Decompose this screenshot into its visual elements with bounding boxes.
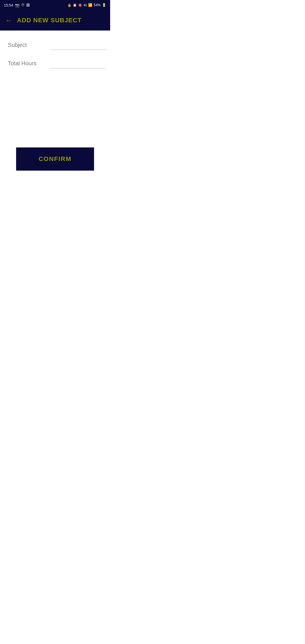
- lte-indicator: 4G: [84, 4, 87, 7]
- app-header: ← ADD NEW SUBJECT: [0, 10, 110, 31]
- subject-label: Subject: [8, 42, 45, 50]
- main-content: Subject Total Hours CONFIRM: [0, 31, 110, 232]
- total-hours-row: Total Hours: [8, 60, 102, 68]
- total-hours-field: Total Hours: [8, 60, 102, 68]
- alarm-icon: ⏰: [73, 3, 77, 7]
- status-icons: 🔒 ⏰ 🔇 4G 📶 54% 🔋: [67, 3, 106, 7]
- battery-icon: 🔋: [102, 3, 106, 7]
- gallery-icon: 🖼: [26, 3, 30, 7]
- subject-row: Subject: [8, 42, 102, 50]
- total-hours-label: Total Hours: [8, 60, 45, 68]
- back-button[interactable]: ←: [5, 17, 12, 24]
- signal-bars-icon: 📶: [88, 3, 92, 7]
- screen-record-icon: 📷: [15, 3, 19, 7]
- page-title: ADD NEW SUBJECT: [17, 17, 82, 24]
- confirm-section: CONFIRM: [8, 147, 102, 171]
- total-hours-input[interactable]: [50, 61, 107, 68]
- battery-level: 54%: [94, 3, 101, 7]
- confirm-button[interactable]: CONFIRM: [16, 147, 94, 171]
- lock-icon: 🔒: [67, 3, 71, 7]
- status-time: 15:54 📷 ⏱ 🖼: [4, 3, 30, 7]
- status-bar: 15:54 📷 ⏱ 🖼 🔒 ⏰ 🔇 4G 📶 54% 🔋: [0, 0, 110, 10]
- subject-input[interactable]: [50, 42, 107, 50]
- timer-icon: ⏱: [21, 3, 25, 7]
- time-display: 15:54: [4, 3, 13, 7]
- mute-icon: 🔇: [78, 3, 82, 7]
- subject-field: Subject: [8, 42, 102, 50]
